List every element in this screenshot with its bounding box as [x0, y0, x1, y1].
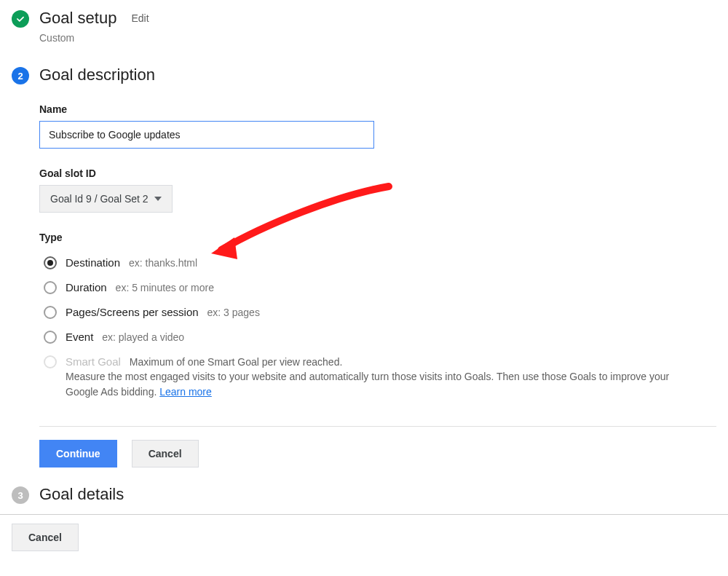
- step-number-2-icon: 2: [12, 67, 29, 84]
- type-option-destination[interactable]: Destination ex: thanks.html: [44, 250, 716, 275]
- edit-link[interactable]: Edit: [131, 12, 149, 24]
- goal-name-input[interactable]: [39, 121, 374, 149]
- goal-slot-id-label: Goal slot ID: [39, 167, 716, 179]
- radio-icon: [44, 355, 57, 368]
- type-label: Type: [39, 232, 716, 243]
- radio-icon: [44, 331, 57, 344]
- type-option-pages[interactable]: Pages/Screens per session ex: 3 pages: [44, 300, 716, 325]
- learn-more-link[interactable]: Learn more: [159, 386, 212, 398]
- footer-cancel-button[interactable]: Cancel: [12, 524, 79, 551]
- step-goal-details: 3 Goal details: [12, 485, 716, 504]
- radio-icon: [44, 281, 57, 294]
- continue-button[interactable]: Continue: [39, 440, 117, 467]
- radio-icon: [44, 306, 57, 319]
- name-label: Name: [39, 103, 716, 115]
- radio-icon: [44, 256, 57, 269]
- step-goal-description: 2 Goal description Name Goal slot ID Goa…: [12, 66, 716, 467]
- step-goal-setup: Goal setup Edit Custom: [12, 9, 716, 44]
- step3-title: Goal details: [39, 485, 124, 503]
- divider: [0, 514, 728, 515]
- step2-title: Goal description: [39, 66, 155, 84]
- goal-slot-dropdown[interactable]: Goal Id 9 / Goal Set 2: [39, 185, 173, 213]
- chevron-down-icon: [154, 197, 162, 201]
- check-icon: [12, 10, 29, 28]
- step-number-3-icon: 3: [12, 486, 29, 504]
- divider: [39, 426, 716, 427]
- step1-subtitle: Custom: [39, 32, 716, 44]
- type-option-smart-goal: Smart Goal Maximum of one Smart Goal per…: [44, 350, 716, 406]
- step1-title: Goal setup: [39, 9, 116, 28]
- type-option-event[interactable]: Event ex: played a video: [44, 325, 716, 350]
- smart-goal-description: Measure the most engaged visits to your …: [66, 371, 669, 398]
- goal-slot-value: Goal Id 9 / Goal Set 2: [50, 193, 149, 205]
- cancel-button[interactable]: Cancel: [132, 440, 199, 467]
- type-option-duration[interactable]: Duration ex: 5 minutes or more: [44, 275, 716, 300]
